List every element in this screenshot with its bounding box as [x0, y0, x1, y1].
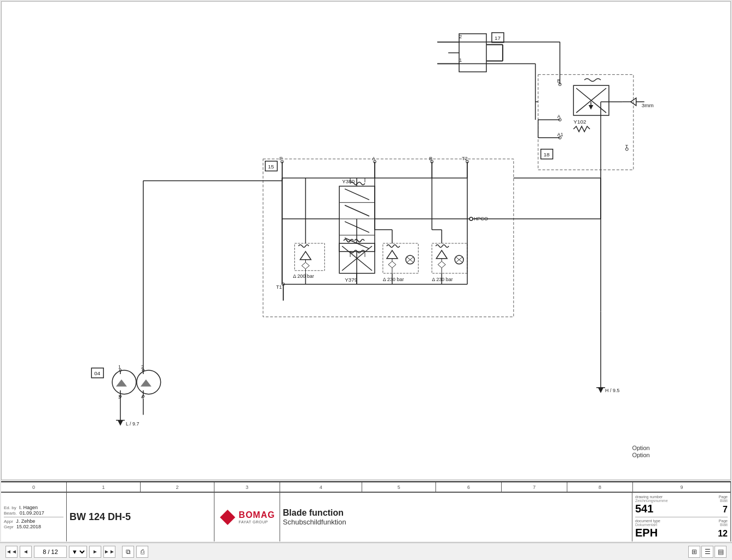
gepr-date: 15.02.2018	[16, 524, 41, 529]
svg-text:18: 18	[544, 151, 550, 158]
next-page-button[interactable]: ►	[89, 546, 101, 558]
svg-text:Δ 230 bar: Δ 230 bar	[383, 277, 404, 282]
svg-text:Δ 230 bar: Δ 230 bar	[432, 277, 452, 282]
label-L97: L / 9.7	[126, 421, 140, 427]
doc-type-label: document type	[635, 519, 718, 523]
label-17: 17	[495, 35, 501, 41]
appr-value: J. Zehbe	[16, 518, 35, 524]
doc-type-label-de: Dokumentart	[635, 523, 719, 527]
doc-type-row: document type Page Dokumentart Blatt EPH…	[635, 519, 728, 539]
drawing-title-main: Blade function	[283, 508, 629, 518]
prev-page-button[interactable]: ◄	[20, 546, 32, 558]
svg-text:2: 2	[459, 34, 462, 39]
drawing-number-label: drawing number	[635, 495, 718, 499]
bearb-row: Bearb. 01.09.2017	[4, 510, 63, 516]
title-block-main: Ed. by I. Hagen Bearb. 01.09.2017 Appr J…	[1, 492, 731, 541]
doc-type-value: EPH	[635, 527, 717, 539]
panel-view-button[interactable]: ▤	[714, 546, 727, 558]
page-label: Page	[719, 495, 728, 499]
bomag-diamond-icon	[219, 509, 236, 526]
title-block: 0 1 2 3 4 5 6 7 8 9 Ed. by I. Hagen Bear…	[1, 481, 731, 541]
fayat-group: FAYAT GROUP	[239, 520, 275, 524]
main-container: 17 2 1 18 Y102 3mm	[0, 0, 732, 560]
nav-bar: ◄◄ ◄ ▼ ► ►► ⧉ ⎙ ⊞ ☰ ▤	[0, 542, 732, 560]
svg-marker-154	[220, 510, 235, 525]
col-header-0: 0	[1, 482, 67, 492]
tb-machine-section: BW 124 DH-5	[67, 492, 214, 541]
page-label-de: Blatt	[720, 499, 728, 503]
svg-text:1: 1	[118, 364, 121, 370]
option-text-1: Option	[632, 445, 649, 451]
page-select[interactable]: ▼	[69, 546, 87, 558]
svg-text:Y379: Y379	[345, 277, 358, 283]
svg-text:Δ 200 bar: Δ 200 bar	[293, 273, 314, 279]
bomag-logo: BOMAG FAYAT GROUP	[219, 509, 275, 526]
doc-page-label-de: Blatt	[720, 523, 728, 527]
svg-text:T1: T1	[276, 284, 282, 290]
svg-text:Y102: Y102	[573, 119, 586, 125]
ed-by-row: Ed. by I. Hagen	[4, 505, 63, 510]
svg-text:15: 15	[268, 164, 275, 170]
appr-label: Appr	[4, 519, 13, 524]
svg-text:1: 1	[459, 57, 462, 63]
page-number-value: 7	[723, 505, 728, 515]
drawing-num-row: drawing number Page Zeichnungsnumme Blat…	[635, 495, 728, 517]
col-header-1: 1	[67, 482, 141, 492]
list-view-button[interactable]: ☰	[701, 546, 713, 558]
svg-text:Y380: Y380	[342, 178, 355, 184]
option-text-2: Option	[632, 452, 649, 458]
page-input[interactable]	[34, 546, 67, 558]
first-page-button[interactable]: ◄◄	[5, 546, 18, 558]
ed-by-label: Ed. by	[4, 505, 16, 510]
svg-rect-0	[2, 18, 730, 464]
right-nav-icons: ⊞ ☰ ▤	[688, 546, 727, 558]
appr-row: Appr J. Zehbe	[4, 517, 63, 524]
col-header-4: 4	[280, 482, 362, 492]
drawing-number-label-de: Zeichnungsnumme	[635, 499, 719, 503]
tb-logo-section: BOMAG FAYAT GROUP	[214, 492, 280, 541]
col-header-5: 5	[362, 482, 436, 492]
print-button[interactable]: ⎙	[136, 546, 148, 558]
doc-page-number: 12	[718, 529, 728, 539]
col-header-7: 7	[502, 482, 567, 492]
drawing-title-sub: Schubschildfunktion	[283, 518, 629, 526]
drawing-area: 17 2 1 18 Y102 3mm	[1, 1, 731, 480]
tb-title-section: Blade function Schubschildfunktion	[280, 492, 632, 541]
col-header-6: 6	[436, 482, 502, 492]
label-3mm: 3mm	[642, 102, 654, 108]
grid-view-button[interactable]: ⊞	[688, 546, 700, 558]
col-header-9: 9	[633, 482, 731, 492]
bearb-label: Bearb.	[4, 511, 17, 516]
gepr-label: Gepr	[4, 524, 14, 529]
gepr-row: Gepr 15.02.2018	[4, 524, 63, 529]
col-header-3: 3	[214, 482, 280, 492]
tb-drawing-number-section: drawing number Page Zeichnungsnumme Blat…	[632, 492, 731, 541]
last-page-button[interactable]: ►►	[103, 546, 115, 558]
column-headers: 0 1 2 3 4 5 6 7 8 9	[1, 482, 731, 492]
label-H95: H / 9.5	[605, 388, 619, 393]
drawing-number-value: 541	[635, 503, 722, 515]
col-header-2: 2	[141, 482, 214, 492]
copy-button[interactable]: ⧉	[122, 546, 134, 558]
bearb-date: 01.09.2017	[20, 510, 44, 516]
doc-page-label: Page	[719, 519, 728, 523]
col-header-8: 8	[567, 482, 633, 492]
svg-text:04: 04	[94, 370, 101, 376]
hydraulic-diagram: 17 2 1 18 Y102 3mm	[2, 2, 730, 480]
tb-editor-section: Ed. by I. Hagen Bearb. 01.09.2017 Appr J…	[1, 492, 67, 541]
machine-value: BW 124 DH-5	[69, 511, 131, 523]
ed-by-value: I. Hagen	[19, 505, 38, 510]
bomag-name: BOMAG	[239, 510, 275, 520]
